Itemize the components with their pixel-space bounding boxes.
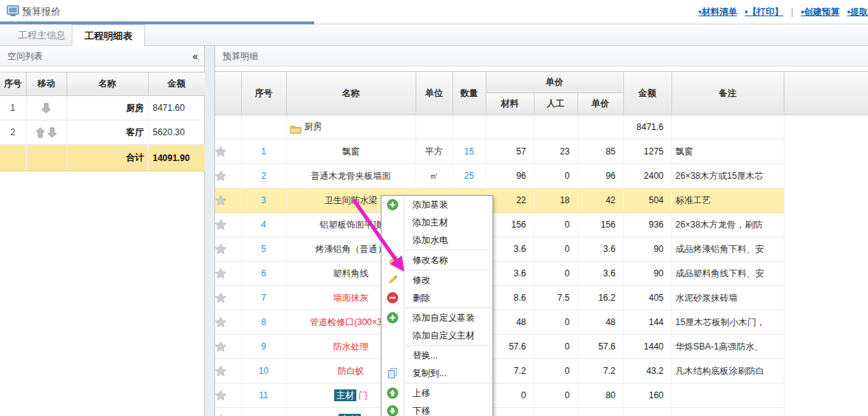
- space-row: 1 厨房 8471.60: [0, 96, 205, 120]
- link-create-budget[interactable]: •创建预算: [801, 7, 839, 17]
- budget-row: 2普通木龙骨夹板墙面㎡2596096240026×38木方或15厘木芯: [215, 164, 868, 188]
- favorite-star-icon[interactable]: [215, 286, 241, 310]
- menu-separator: [405, 270, 491, 270]
- favorite-star-icon[interactable]: [215, 335, 241, 359]
- row-seq[interactable]: 7: [241, 286, 286, 310]
- favorite-star-icon[interactable]: [215, 359, 241, 383]
- row-seq[interactable]: 3: [241, 188, 286, 213]
- col-labor: 人工: [534, 93, 577, 115]
- row-seq[interactable]: 11: [241, 383, 286, 408]
- tab-project-detail-sheet[interactable]: 工程明细表: [72, 24, 145, 46]
- row-seq[interactable]: 12: [241, 408, 286, 416]
- space-list-table: 序号 移动 名称 金额 1 厨房: [0, 72, 205, 171]
- filler-cell: [784, 310, 868, 335]
- group-name: 厨房: [305, 121, 322, 132]
- context-menu-item[interactable]: 复制到...: [382, 364, 492, 382]
- row-name[interactable]: 普通木龙骨夹板墙面: [286, 164, 416, 188]
- row-unit: ㎡: [416, 164, 452, 188]
- menu-item-label: 修改: [413, 275, 430, 285]
- favorite-star-icon[interactable]: [215, 188, 241, 213]
- tab-project-main-info[interactable]: 工程主信息: [6, 24, 78, 46]
- menu-item-label: 修改名称: [413, 255, 448, 265]
- context-menu-item[interactable]: 修改: [382, 271, 492, 289]
- space-amount: 5620.30: [148, 120, 205, 145]
- favorite-star-icon[interactable]: [215, 310, 241, 335]
- row-labor-price: 0: [534, 262, 577, 286]
- row-seq[interactable]: 9: [241, 335, 286, 359]
- menu-item-label: 下移: [413, 406, 430, 416]
- budget-detail-title: 预算明细: [223, 51, 258, 61]
- row-name[interactable]: 飘窗: [286, 140, 416, 164]
- col-star: [215, 72, 241, 115]
- row-unit-price: 57.6: [577, 335, 623, 359]
- link-extract[interactable]: •提取: [847, 7, 868, 17]
- space-name[interactable]: 客厅: [67, 120, 148, 145]
- row-qty[interactable]: 25: [452, 164, 486, 188]
- row-labor-price: 0: [534, 383, 577, 408]
- space-name[interactable]: 厨房: [67, 96, 148, 120]
- group-name-cell[interactable]: 厨房: [286, 115, 416, 140]
- favorite-star-icon[interactable]: [215, 164, 241, 188]
- context-menu-item[interactable]: 添加基装: [382, 196, 492, 214]
- budget-row: 1飘窗平方155723851275飘窗: [215, 140, 868, 164]
- menu-separator: [405, 250, 491, 250]
- group-amount: 8471.6: [623, 115, 671, 140]
- move-down-icon[interactable]: [47, 127, 57, 138]
- link-material-list[interactable]: •材料清单: [699, 7, 737, 17]
- favorite-star-icon[interactable]: [215, 408, 241, 416]
- filler-cell: [784, 262, 868, 286]
- context-menu-item[interactable]: 替换...: [382, 347, 492, 364]
- collapse-panel-icon[interactable]: «: [192, 46, 198, 67]
- row-seq[interactable]: 6: [241, 262, 286, 286]
- context-menu-item[interactable]: 修改名称: [382, 251, 492, 269]
- row-seq[interactable]: 1: [241, 140, 286, 164]
- col-amount: 金额: [623, 72, 671, 115]
- space-total-row: 合计 14091.90: [0, 145, 205, 171]
- budget-row: 4铝塑板饰面平顶156015693626×38木方龙骨，刷防: [215, 213, 868, 237]
- col-price: 单价: [577, 93, 623, 115]
- filler-cell: [784, 188, 868, 213]
- row-seq[interactable]: 8: [241, 310, 286, 335]
- context-menu-item[interactable]: 添加主材: [382, 214, 492, 231]
- row-labor-price: 0: [534, 213, 577, 237]
- context-menu-item[interactable]: 添加水电: [382, 231, 492, 249]
- budget-row: 6塑料角线3.603.690成品塑料角线下料、安: [215, 262, 868, 286]
- favorite-star-icon[interactable]: [215, 262, 241, 286]
- delete-icon: [387, 292, 399, 304]
- row-labor-price: [534, 408, 577, 416]
- context-menu-item[interactable]: 删除: [382, 289, 492, 307]
- monitor-icon: [7, 5, 19, 17]
- favorite-star-icon[interactable]: [215, 237, 241, 262]
- favorite-star-icon[interactable]: [215, 213, 241, 237]
- space-list-header: 空间列表 «: [0, 46, 204, 67]
- row-name-text: 门: [359, 390, 367, 400]
- favorite-star-icon[interactable]: [215, 383, 241, 408]
- context-menu-item[interactable]: 上移: [382, 384, 492, 402]
- row-amount: 90: [623, 237, 671, 262]
- space-move-cell[interactable]: [26, 96, 67, 120]
- row-seq[interactable]: 10: [241, 359, 286, 383]
- budget-row: 3卫生间防水梁221842504标准工艺: [215, 188, 868, 213]
- link-print[interactable]: •【打印】: [745, 7, 783, 17]
- row-qty[interactable]: 15: [452, 140, 486, 164]
- row-seq[interactable]: 5: [241, 237, 286, 262]
- row-remark: 水泥砂浆抹砖墙: [671, 286, 784, 310]
- row-unit-price: 7.2: [577, 359, 623, 383]
- total-amount: 14091.90: [148, 145, 205, 171]
- filler-cell: [784, 383, 868, 408]
- space-move-cell[interactable]: [26, 120, 67, 145]
- context-menu-item[interactable]: 添加自定义主材: [382, 327, 492, 344]
- move-up-icon[interactable]: [35, 127, 45, 138]
- row-unit-price: 156: [577, 213, 623, 237]
- filler-cell: [784, 335, 868, 359]
- context-menu-item[interactable]: 添加自定义基装: [382, 309, 492, 327]
- row-seq[interactable]: 2: [241, 164, 286, 188]
- row-unit-price: 96: [577, 164, 623, 188]
- favorite-star-icon[interactable]: [215, 140, 241, 164]
- context-menu-item[interactable]: 下移: [382, 402, 492, 416]
- filler-cell: [784, 213, 868, 237]
- budget-quote-window: 预算报价 •材料清单 •【打印】 | •创建预算 •提取 工程主信息 工程明细表…: [0, 0, 868, 416]
- move-down-icon[interactable]: [41, 103, 51, 114]
- budget-header-row-1: 序号 名称 单位 数量 单价 金额 备注: [215, 72, 868, 93]
- row-seq[interactable]: 4: [241, 213, 286, 237]
